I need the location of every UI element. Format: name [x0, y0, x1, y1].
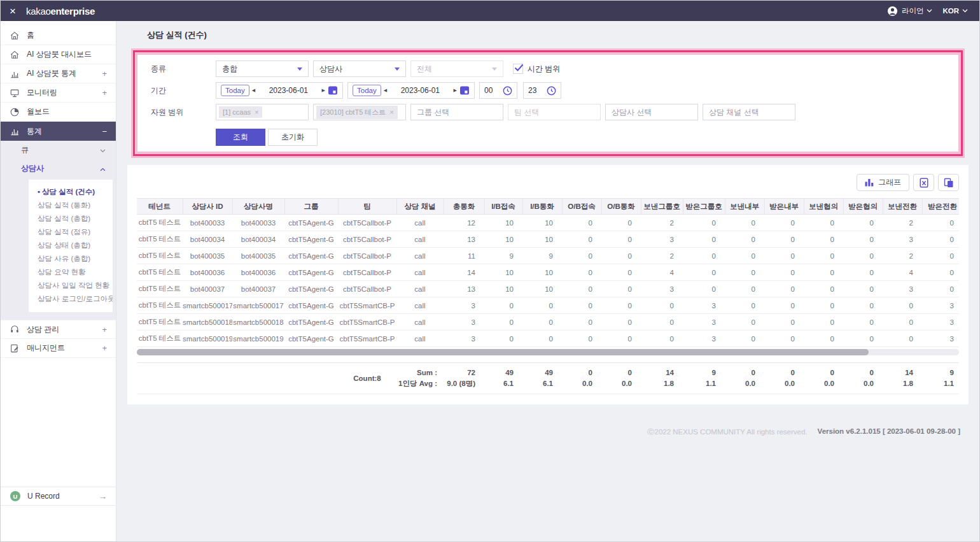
subtenant-field[interactable]: [23010] cbtT5 테스트 × — [313, 104, 406, 120]
expand-plus-icon[interactable]: + — [102, 69, 107, 78]
agent-select-input[interactable]: 상담사 선택 — [605, 104, 698, 120]
today-button[interactable]: Today — [221, 85, 249, 96]
column-header[interactable]: 보낸전환 — [883, 199, 922, 215]
group-select-input[interactable]: 그룹 선택 — [410, 104, 503, 120]
resource-tag-label: [1] ccaas — [223, 108, 251, 116]
column-header[interactable]: O/B통화 — [601, 199, 641, 215]
collapse-minus-icon[interactable]: − — [102, 127, 107, 136]
sum-label: Sum : — [396, 367, 444, 378]
sidebar-subitem[interactable]: 상담 실적 (점유) — [29, 225, 113, 239]
prev-day-arrow[interactable]: ◀ — [381, 88, 389, 93]
sidebar-subitem[interactable]: 상담 실적 (통화) — [29, 199, 113, 212]
table-row: cbtT5 테스트bot400033bot400033cbtT5Agent-Gc… — [137, 215, 959, 231]
table-cell: 0 — [641, 331, 683, 347]
reset-button[interactable]: 초기화 — [268, 129, 318, 146]
summary-area: Count:8Sum :1인당 Avg :729.0 (8명)496.1496.… — [137, 355, 959, 394]
copy-button[interactable] — [938, 174, 959, 191]
column-header[interactable]: 총통화 — [444, 199, 484, 215]
table-cell: 0 — [562, 215, 601, 231]
language-menu[interactable]: KOR — [942, 7, 968, 15]
column-header[interactable]: 상담사명 — [232, 199, 284, 215]
sidebar-item-ai-stats[interactable]: AI 상담봇 통계 + — [1, 64, 116, 83]
excel-export-button[interactable] — [913, 174, 934, 191]
column-header[interactable]: 팀 — [338, 199, 396, 215]
scrollbar-thumb[interactable] — [137, 349, 869, 355]
search-button[interactable]: 조회 — [216, 129, 265, 146]
sidebar-item-management[interactable]: 매니지먼트 + — [1, 339, 116, 358]
column-header[interactable]: I/B통화 — [522, 199, 562, 215]
time-range-checkbox[interactable]: 시간 범위 — [513, 64, 560, 75]
table-cell: 10 — [484, 264, 522, 281]
column-header[interactable]: 받은그룹호 — [683, 199, 725, 215]
table-cell: 0 — [641, 314, 683, 331]
graph-button[interactable]: 그래프 — [857, 174, 909, 191]
submenu-group-agent[interactable]: 상담사 — [1, 159, 116, 178]
expand-plus-icon[interactable]: + — [102, 343, 107, 353]
sidebar-item-stats[interactable]: 통계 − — [1, 122, 116, 141]
copyright-text: ⓒ2022 NEXUS COMMUNITY All rights reserve… — [647, 427, 808, 437]
expand-plus-icon[interactable]: + — [102, 325, 107, 334]
table-cell: 10 — [484, 281, 522, 297]
date-from-value[interactable]: 2023-06-01 — [258, 86, 319, 95]
column-header[interactable]: 받은협의 — [843, 199, 883, 215]
sidebar-subitem[interactable]: 상담 사유 (총합) — [29, 252, 113, 266]
sidebar-subitem[interactable]: 상담 요약 현황 — [29, 266, 113, 279]
sum-value: 0 — [601, 367, 641, 378]
sidebar-subitem[interactable]: 상담사 일일 작업 현황 — [29, 279, 113, 292]
column-header[interactable]: I/B접속 — [484, 199, 522, 215]
sidebar-subitem[interactable]: 상담사 로그인/로그아웃 — [29, 292, 113, 306]
sidebar-item-wallboard[interactable]: 월보드 — [1, 103, 116, 122]
column-header[interactable]: 그룹 — [284, 199, 338, 215]
remove-tag-icon[interactable]: × — [255, 108, 258, 116]
tenant-field[interactable]: [1] ccaas × — [216, 104, 309, 120]
bar-chart-icon — [10, 68, 20, 79]
sidebar-subitem[interactable]: •상담 실적 (건수) — [29, 185, 113, 199]
prev-day-arrow[interactable]: ◀ — [249, 88, 258, 93]
table-cell: 0 — [804, 264, 843, 281]
hour-from-picker[interactable]: 00 — [479, 82, 517, 99]
submenu-group-queue[interactable]: 큐 — [1, 141, 116, 159]
sidebar-item-home[interactable]: 홈 — [1, 26, 116, 45]
calendar-icon[interactable] — [459, 85, 470, 96]
target-select[interactable]: 상담사 — [313, 61, 406, 77]
clock-icon[interactable] — [503, 86, 512, 96]
type-select[interactable]: 총합 — [216, 61, 309, 77]
channel-select-input[interactable]: 상담 채널 선택 — [703, 104, 795, 120]
sidebar-item-ai-dashboard[interactable]: AI 상담봇 대시보드 — [1, 45, 116, 64]
column-header[interactable]: 보낸협의 — [804, 199, 843, 215]
column-header[interactable]: 보낸그룹호 — [641, 199, 683, 215]
clock-icon[interactable] — [547, 86, 556, 96]
column-header[interactable]: O/B접속 — [562, 199, 601, 215]
table-cell: call — [396, 314, 444, 331]
today-button[interactable]: Today — [353, 85, 381, 96]
target-select-value: 상담사 — [319, 64, 342, 75]
sidebar-subitem[interactable]: 상담 실적 (총합) — [29, 212, 113, 225]
table-cell: 0 — [804, 281, 843, 297]
excel-icon — [919, 178, 929, 188]
hour-to-picker[interactable]: 23 — [523, 82, 561, 99]
user-menu[interactable]: 라이언 — [902, 6, 933, 16]
date-from-picker: Today ◀ 2023-06-01 ▶ — [216, 82, 343, 99]
sidebar-item-urecord[interactable]: U U Record → — [1, 487, 116, 506]
next-day-arrow[interactable]: ▶ — [451, 88, 459, 93]
date-to-value[interactable]: 2023-06-01 — [389, 86, 451, 95]
next-day-arrow[interactable]: ▶ — [319, 88, 328, 93]
table-cell: 0 — [601, 248, 641, 264]
column-header[interactable]: 보낸내부 — [725, 199, 764, 215]
calendar-icon[interactable] — [328, 85, 338, 96]
remove-tag-icon[interactable]: × — [389, 108, 393, 116]
column-header[interactable]: 테넌트 — [137, 199, 183, 215]
top-bar: × kakaoenterprise 라이언 KOR — [1, 1, 979, 21]
expand-plus-icon[interactable]: + — [102, 88, 107, 97]
sidebar-subitem[interactable]: 상담 상태 (총합) — [29, 239, 113, 252]
column-header[interactable]: 받은전환 — [922, 199, 959, 215]
table-cell: bot400033 — [183, 215, 232, 231]
close-icon[interactable]: × — [10, 6, 16, 17]
column-header[interactable]: 받은내부 — [764, 199, 804, 215]
sidebar-item-consult-mgmt[interactable]: 상담 관리 + — [1, 320, 116, 339]
table-cell: bot400033 — [232, 215, 284, 231]
column-header[interactable]: 상담사 ID — [183, 199, 232, 215]
table-cell: 13 — [444, 231, 484, 248]
sidebar-item-monitoring[interactable]: 모니터링 + — [1, 83, 116, 103]
column-header[interactable]: 상담 채널 — [396, 199, 444, 215]
